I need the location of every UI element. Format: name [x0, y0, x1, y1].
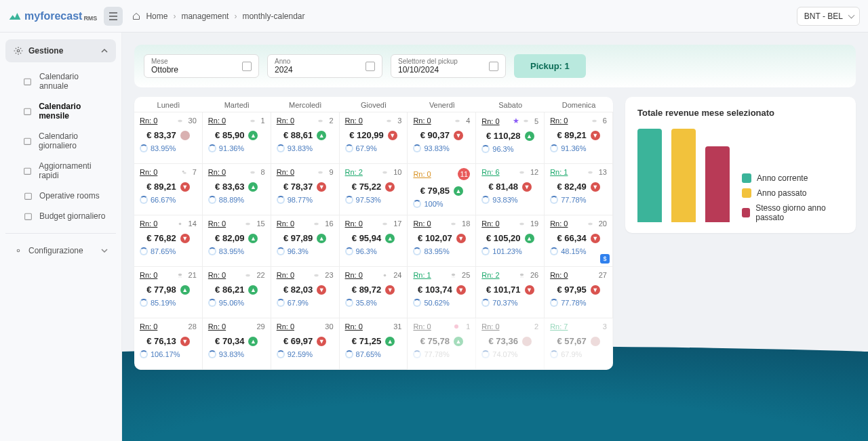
- rn-link[interactable]: Rn: 0: [277, 219, 294, 228]
- breadcrumb-home[interactable]: Home: [146, 12, 167, 21]
- calendar-cell[interactable]: Rn: 0 6 € 89,21 ▼ 91.36%: [545, 112, 613, 164]
- pickup-date-select[interactable]: Selettore del pickup 10/10/2024: [391, 54, 506, 78]
- rn-link[interactable]: Rn: 0: [345, 322, 363, 331]
- sidebar-item-label: Aggiornamenti rapidi: [39, 161, 109, 180]
- svg-point-25: [382, 222, 387, 225]
- calendar-cell[interactable]: Rn: 0 2 € 73,36 74.07%: [476, 318, 545, 370]
- rn-link[interactable]: Rn: 0: [413, 219, 431, 228]
- calendar-cell[interactable]: Rn: 0 27 € 97,95 ▼ 77.78%: [545, 267, 613, 318]
- rn-link[interactable]: Rn: 0: [208, 322, 226, 331]
- calendar-cell[interactable]: Rn: 7 3 € 57,67 67.9%: [545, 318, 613, 370]
- rn-link[interactable]: Rn: 0: [277, 322, 294, 331]
- rn-link[interactable]: Rn: 0: [345, 219, 363, 228]
- trend-up-icon: ▲: [248, 285, 258, 295]
- rn-link[interactable]: Rn: 0: [208, 271, 226, 279]
- year-select[interactable]: Anno 2024: [267, 54, 382, 78]
- calendar-cell[interactable]: Rn: 0 22 € 86,21 ▲ 95.06%: [203, 267, 271, 318]
- trend-down-icon: ▼: [180, 182, 190, 192]
- calendar-cell[interactable]: Rn: 0 1 € 75,78 ▲ 77.78%: [408, 318, 476, 370]
- rn-link[interactable]: Rn: 2: [481, 271, 499, 279]
- org-selector[interactable]: BNT - BEL: [797, 7, 860, 26]
- rn-link[interactable]: Rn: 0: [413, 117, 431, 125]
- calendar-cell[interactable]: Rn: 0 7 € 89,21 ▼ 66.67%: [134, 164, 203, 215]
- sidebar-item-1[interactable]: Calendario mensile: [5, 96, 116, 126]
- rn-link[interactable]: Rn: 0: [140, 219, 157, 228]
- sidebar-item-4[interactable]: Operative rooms: [5, 186, 116, 206]
- rn-link[interactable]: Rn: 0: [208, 117, 226, 125]
- calendar-cell[interactable]: Rn: 0 24 € 89,72 ▼ 35.8%: [340, 267, 408, 318]
- rn-link[interactable]: Rn: 0: [345, 271, 363, 279]
- rn-link[interactable]: Rn: 0: [481, 322, 499, 331]
- rn-link[interactable]: Rn: 6: [481, 168, 499, 176]
- calendar-cell[interactable]: Rn: 2 26 € 101,71 ▼ 70.37%: [476, 267, 545, 318]
- rn-link[interactable]: Rn: 0: [550, 219, 568, 228]
- sidebar-item-3[interactable]: Aggiornamenti rapidi: [5, 156, 116, 186]
- calendar-cell[interactable]: Rn: 0 3 € 120,99 ▼ 67.9%: [340, 112, 408, 164]
- sidebar-item-2[interactable]: Calendario giornaliero: [5, 126, 116, 156]
- calendar-cell[interactable]: Rn: 0 11 € 79,85 ▲ 100%: [408, 164, 476, 215]
- rn-link[interactable]: Rn: 0: [481, 219, 499, 228]
- month-value: Ottobre: [151, 65, 235, 75]
- rn-link[interactable]: Rn: 1: [550, 168, 568, 176]
- ring-icon: [413, 144, 421, 152]
- rn-link[interactable]: Rn: 0: [550, 271, 568, 279]
- calendar-cell[interactable]: Rn: 0 8 € 83,63 ▲ 88.89%: [203, 164, 271, 215]
- sidebar-item-0[interactable]: Calendario annuale: [5, 66, 116, 96]
- calendar-cell[interactable]: Rn: 0 16 € 97,89 ▲ 96.3%: [271, 215, 340, 267]
- rn-link[interactable]: Rn: 0: [550, 117, 568, 125]
- ring-icon: [345, 247, 353, 255]
- rn-link[interactable]: Rn: 0: [277, 168, 294, 176]
- calendar-cell[interactable]: Rn: 0 19 € 105,20 ▲ 101.23%: [476, 215, 545, 267]
- calendar-cell[interactable]: Rn: 0 15 € 82,09 ▲ 83.95%: [203, 215, 271, 267]
- calendar-cell[interactable]: Rn: 0 1 € 85,90 ▲ 91.36%: [203, 112, 271, 164]
- calendar-cell[interactable]: Rn: 0 30 € 69,97 ▼ 92.59%: [271, 318, 340, 370]
- rn-link[interactable]: Rn: 1: [413, 271, 431, 279]
- calendar-cell[interactable]: Rn: 1 25 € 103,74 ▼ 50.62%: [408, 267, 476, 318]
- calendar-cell[interactable]: Rn: 0 28 € 76,13 ▼ 106.17%: [134, 318, 203, 370]
- day-number: 6: [591, 117, 607, 125]
- rn-link[interactable]: Rn: 0: [345, 117, 363, 125]
- rn-link[interactable]: Rn: 0: [140, 168, 157, 176]
- calendar-cell[interactable]: Rn: 0 29 € 70,34 ▲ 93.83%: [203, 318, 271, 370]
- rn-link[interactable]: Rn: 0: [140, 322, 157, 331]
- bar-current-year: [637, 129, 662, 222]
- rn-link[interactable]: Rn: 0: [140, 117, 157, 125]
- rn-link[interactable]: Rn: 7: [550, 322, 568, 331]
- calendar-cell[interactable]: Rn: 1 13 € 82,49 ▼ 77.78%: [545, 164, 613, 215]
- calendar-cell[interactable]: Rn: 0 31 € 71,25 ▲ 87.65%: [340, 318, 408, 370]
- breadcrumb-management[interactable]: management: [181, 12, 229, 21]
- calendar-cell[interactable]: Rn: 0 23 € 82,03 ▼ 67.9%: [271, 267, 340, 318]
- rn-link[interactable]: Rn: 0: [208, 219, 226, 228]
- sidebar-group-gestione[interactable]: Gestione: [5, 39, 116, 62]
- rn-link[interactable]: Rn: 0: [208, 168, 226, 176]
- menu-toggle[interactable]: [104, 7, 123, 26]
- month-select[interactable]: Mese Ottobre: [144, 54, 259, 78]
- calendar-cell[interactable]: Rn: 0 21 € 77,98 ▲ 85.19%: [134, 267, 203, 318]
- occupancy: 35.8%: [345, 299, 402, 307]
- calendar-cell[interactable]: Rn: 0 14 € 76,82 ▼ 87.65%: [134, 215, 203, 267]
- calendar-cell[interactable]: Rn: 0 17 € 95,94 ▲ 96.3%: [340, 215, 408, 267]
- breadcrumb-monthly-calendar[interactable]: monthly-calendar: [242, 12, 304, 21]
- occupancy: 106.17%: [140, 350, 197, 358]
- calendar-cell[interactable]: Rn: 0 4 € 90,37 ▼ 93.83%: [408, 112, 476, 164]
- calendar-cell[interactable]: Rn: 0 ★ 5 € 110,28 ▲ 96.3%: [476, 112, 545, 164]
- occupancy: 98.77%: [277, 196, 334, 204]
- calendar-cell[interactable]: Rn: 0 30 € 83,37 83.95%: [134, 112, 203, 164]
- sidebar-config[interactable]: Configurazione: [5, 240, 116, 261]
- rn-link[interactable]: Rn: 0: [277, 117, 294, 125]
- rn-link[interactable]: Rn: 0: [481, 117, 499, 125]
- swatch-icon: [742, 188, 751, 198]
- calendar-cell[interactable]: Rn: 0 20 € 66,34 ▼ 48.15% $: [545, 215, 613, 267]
- calendar-cell[interactable]: Rn: 0 2 € 88,61 ▲ 93.83%: [271, 112, 340, 164]
- rn-link[interactable]: Rn: 2: [345, 168, 363, 176]
- rn-link[interactable]: Rn: 0: [140, 271, 157, 279]
- calendar-cell[interactable]: Rn: 0 9 € 78,37 ▼ 98.77%: [271, 164, 340, 215]
- rn-link[interactable]: Rn: 0: [413, 170, 431, 178]
- sidebar-item-5[interactable]: Budget giornaliero: [5, 206, 116, 226]
- rn-link[interactable]: Rn: 0: [277, 271, 294, 279]
- calendar-cell[interactable]: Rn: 0 18 € 102,07 ▼ 83.95%: [408, 215, 476, 267]
- calendar-cell[interactable]: Rn: 6 12 € 81,48 ▼ 93.83%: [476, 164, 545, 215]
- calendar-cell[interactable]: Rn: 2 10 € 75,22 ▼ 97.53%: [340, 164, 408, 215]
- ring-icon: [345, 196, 353, 204]
- rn-link[interactable]: Rn: 0: [413, 322, 431, 331]
